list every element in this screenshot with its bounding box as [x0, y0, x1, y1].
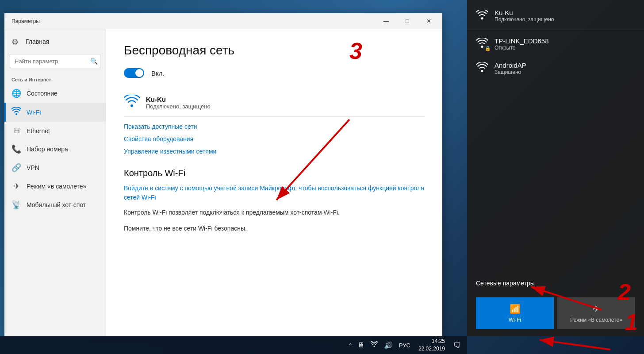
sidebar: ⚙ Главная 🔍 Сеть и Интернет 🌐 Состояние	[4, 29, 106, 336]
wifi-tplink-icon: 🔒	[476, 38, 488, 50]
wifi-network-androidap[interactable]: AndroidAP Защищено	[467, 56, 644, 81]
tray-monitor-icon[interactable]: 🖥	[356, 340, 366, 350]
sidebar-item-status[interactable]: 🌐 Состояние	[4, 84, 106, 103]
search-box: 🔍	[10, 54, 100, 68]
hotspot-label: Мобильный хот-спот	[27, 201, 86, 208]
sidebar-item-ethernet[interactable]: 🖥 Ethernet	[4, 122, 106, 140]
maximize-button[interactable]: □	[397, 15, 418, 28]
wifi-androidap-status: Защищено	[494, 69, 526, 75]
wifi-tplink-name: TP-LINK_EDD658	[494, 37, 549, 45]
main-content: Беспроводная сеть Вкл.	[106, 29, 442, 336]
wifi-androidap-icon	[476, 62, 488, 75]
airplane-quick-icon: ✈	[593, 304, 600, 314]
wifi-androidap-details: AndroidAP Защищено	[494, 62, 526, 75]
wifi-toggle-row: Вкл.	[124, 68, 425, 78]
window-title: Параметры	[12, 18, 40, 24]
wifi-androidap-name: AndroidAP	[494, 62, 526, 69]
wifi-sense-description: Контроль Wi-Fi позволяет подключаться к …	[124, 208, 425, 217]
airplane-quick-label: Режим «В самолете»	[570, 317, 622, 323]
tray-time-value: 14:25	[418, 338, 445, 345]
status-icon: 🌐	[12, 88, 21, 98]
toggle-label: Вкл.	[151, 69, 165, 77]
tray-volume-icon[interactable]: 🔊	[382, 340, 395, 350]
window-controls: — □ ✕	[376, 15, 439, 28]
tray-datetime: 14:25 22.02.2019	[415, 338, 448, 353]
title-bar: Параметры — □ ✕	[4, 13, 442, 29]
wifi-network-tplink[interactable]: 🔒 TP-LINK_EDD658 Открыто	[467, 32, 644, 56]
status-label: Состояние	[27, 90, 58, 97]
wifi-sense-warning: Помните, что не все сети Wi-Fi безопасны…	[124, 223, 425, 233]
svg-line-3	[540, 340, 610, 350]
sidebar-item-wifi[interactable]: Wi-Fi	[4, 103, 106, 122]
tray-language[interactable]: РУС	[397, 342, 412, 349]
wifi-kuku-name: Ku-Ku	[494, 9, 554, 16]
network-info: Ku-Ku Подключено, защищено	[146, 96, 211, 110]
adapter-properties-link[interactable]: Свойства оборудования	[124, 133, 425, 145]
close-button[interactable]: ✕	[418, 15, 439, 28]
wifi-panel: Ku-Ku Подключено, защищено 🔒 TP-LINK_EDD…	[467, 0, 644, 336]
wifi-quick-label: Wi-Fi	[509, 317, 521, 323]
vpn-label: VPN	[27, 164, 39, 171]
hotspot-icon: 📡	[12, 200, 21, 210]
wifi-quick-icon: 📶	[510, 304, 521, 314]
airplane-icon: ✈	[12, 181, 21, 191]
wifi-kuku-details: Ku-Ku Подключено, защищено	[494, 9, 554, 23]
wifi-tplink-details: TP-LINK_EDD658 Открыто	[494, 37, 549, 51]
tray-notification-icon[interactable]: 🗨	[451, 340, 464, 351]
sidebar-item-dialup[interactable]: 📞 Набор номера	[4, 140, 106, 158]
ethernet-icon: 🖥	[12, 126, 21, 135]
wifi-toggle[interactable]	[124, 68, 144, 78]
signin-link[interactable]: Войдите в систему с помощью учетной запи…	[124, 185, 424, 201]
search-input[interactable]	[10, 54, 100, 68]
wifi-connected-icon	[124, 95, 140, 110]
dialup-icon: 📞	[12, 144, 21, 154]
sidebar-item-home[interactable]: ⚙ Главная	[4, 33, 106, 50]
network-status: Подключено, защищено	[146, 103, 211, 110]
taskbar: ^ 🖥 🔊 РУС 14:25 22.02.2019 🗨	[0, 336, 467, 354]
ethernet-label: Ethernet	[27, 127, 50, 135]
page-title: Беспроводная сеть	[124, 43, 425, 58]
sidebar-item-airplane[interactable]: ✈ Режим «в самолете»	[4, 177, 106, 196]
tray-date-value: 22.02.2019	[418, 345, 445, 353]
quick-actions: 📶 Wi-Fi ✈ Режим «В самолете»	[467, 294, 644, 333]
dialup-label: Набор номера	[27, 146, 68, 153]
sidebar-section-label: Сеть и Интернет	[4, 72, 106, 84]
home-label: Главная	[26, 38, 49, 45]
search-button[interactable]: 🔍	[90, 58, 98, 65]
systray: ^ 🖥 🔊 РУС 14:25 22.02.2019 🗨	[348, 338, 464, 353]
current-network-card: Ku-Ku Подключено, защищено	[124, 88, 425, 117]
wifi-tplink-status: Открыто	[494, 45, 549, 51]
show-networks-link[interactable]: Показать доступные сети	[124, 120, 425, 133]
manage-networks-link[interactable]: Управление известными сетями	[124, 145, 425, 158]
tray-expand-icon[interactable]: ^	[348, 341, 353, 349]
sidebar-item-vpn[interactable]: 🔗 VPN	[4, 158, 106, 177]
wifi-sense-title: Контроль Wi-Fi	[124, 168, 425, 178]
wifi-kuku-status: Подключено, защищено	[494, 16, 554, 23]
desktop: Параметры — □ ✕ ⚙ Главная 🔍 Сеть и Интер…	[0, 0, 644, 354]
settings-body: ⚙ Главная 🔍 Сеть и Интернет 🌐 Состояние	[4, 29, 442, 336]
sidebar-item-hotspot[interactable]: 📡 Мобильный хот-спот	[4, 196, 106, 214]
settings-window: Параметры — □ ✕ ⚙ Главная 🔍 Сеть и Интер…	[4, 13, 442, 336]
airplane-label: Режим «в самолете»	[27, 183, 86, 190]
tray-wifi-icon[interactable]	[369, 340, 380, 350]
network-name: Ku-Ku	[146, 96, 211, 103]
wifi-quick-action[interactable]: 📶 Wi-Fi	[476, 297, 554, 329]
panel-divider-1	[467, 30, 644, 30]
wifi-network-kuku[interactable]: Ku-Ku Подключено, защищено	[467, 4, 644, 28]
home-icon: ⚙	[12, 37, 20, 46]
wifi-sidebar-label: Wi-Fi	[27, 109, 41, 116]
network-settings-link[interactable]: Сетевые параметры	[467, 274, 644, 292]
vpn-icon: 🔗	[12, 163, 21, 173]
minimize-button[interactable]: —	[376, 15, 396, 28]
wifi-sidebar-icon	[12, 107, 21, 117]
wifi-kuku-icon	[476, 10, 488, 22]
airplane-quick-action[interactable]: ✈ Режим «В самолете»	[557, 297, 635, 329]
